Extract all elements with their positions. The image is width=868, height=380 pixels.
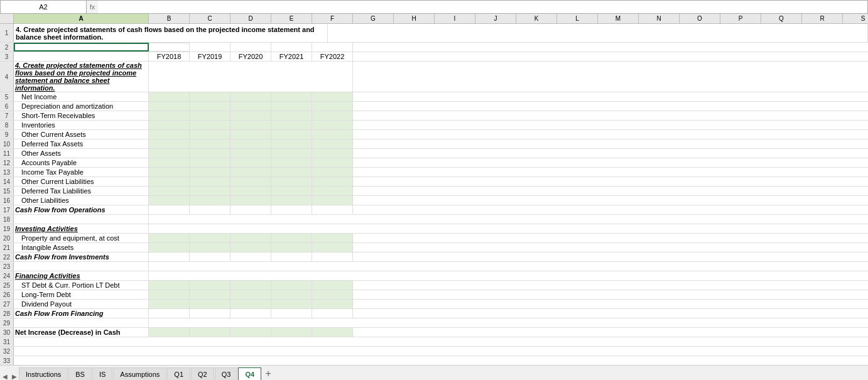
cell-22d[interactable] <box>231 252 271 261</box>
cell-15a[interactable]: Deferred Tax Liabilities <box>14 187 149 195</box>
cell-2e[interactable] <box>271 43 312 52</box>
cell-21a[interactable]: Intangible Assets <box>14 243 149 252</box>
cell-11b[interactable] <box>149 149 190 158</box>
formula-bar[interactable] <box>98 0 868 14</box>
col-header-p[interactable]: P <box>720 14 761 23</box>
cell-30a[interactable]: Net Increase (Decrease) in Cash <box>14 328 149 337</box>
cell-7b[interactable] <box>149 111 190 120</box>
cell-14c[interactable] <box>190 177 231 186</box>
cell-12a[interactable]: Accounts Payable <box>14 158 149 167</box>
cell-8f[interactable] <box>312 121 353 129</box>
cell-27b[interactable] <box>149 300 190 308</box>
cell-13e[interactable] <box>271 168 312 176</box>
cell-5b[interactable] <box>149 92 190 101</box>
cell-30c[interactable] <box>190 328 231 337</box>
cell-21b[interactable] <box>149 243 190 252</box>
cell-fy2018[interactable]: FY2018 <box>149 52 190 61</box>
cell-11c[interactable] <box>190 149 231 158</box>
cell-29a[interactable] <box>14 318 149 327</box>
cell-26e[interactable] <box>271 290 312 299</box>
col-header-r[interactable]: R <box>802 14 843 23</box>
col-header-k[interactable]: K <box>516 14 557 23</box>
col-header-h[interactable]: H <box>394 14 435 23</box>
cell-6f[interactable] <box>312 102 353 111</box>
cell-2d[interactable] <box>231 43 271 52</box>
cell-3a[interactable] <box>14 52 149 61</box>
cell-13f[interactable] <box>312 168 353 176</box>
cell-14d[interactable] <box>231 177 271 186</box>
cell-26f[interactable] <box>312 290 353 299</box>
tab-nav-right[interactable]: ▶ <box>9 373 19 380</box>
cell-15f[interactable] <box>312 187 353 195</box>
cell-12c[interactable] <box>190 158 231 167</box>
cell-23a[interactable] <box>14 262 149 271</box>
tab-instructions[interactable]: Instructions <box>19 367 68 380</box>
cell-21c[interactable] <box>190 243 231 252</box>
cell-8d[interactable] <box>231 121 271 129</box>
cell-18a[interactable] <box>14 215 149 224</box>
tab-q3[interactable]: Q3 <box>215 367 238 380</box>
cell-25f[interactable] <box>312 281 353 290</box>
col-header-n[interactable]: N <box>639 14 680 23</box>
cell-27d[interactable] <box>231 300 271 308</box>
tab-add[interactable]: + <box>262 367 274 380</box>
cell-16e[interactable] <box>271 196 312 205</box>
cell-22f[interactable] <box>312 252 353 261</box>
col-header-c[interactable]: C <box>190 14 231 23</box>
cell-19a[interactable]: Investing Activities <box>14 224 149 233</box>
cell-8b[interactable] <box>149 121 190 129</box>
cell-fy2022[interactable]: FY2022 <box>312 52 353 61</box>
cell-11a[interactable]: Other Assets <box>14 149 149 158</box>
cell-9c[interactable] <box>190 130 231 139</box>
cell-21e[interactable] <box>271 243 312 252</box>
cell-30d[interactable] <box>231 328 271 337</box>
cell-10e[interactable] <box>271 139 312 148</box>
cell-5e[interactable] <box>271 92 312 101</box>
cell-12e[interactable] <box>271 158 312 167</box>
cell-fy2021[interactable]: FY2021 <box>271 52 312 61</box>
cell-14b[interactable] <box>149 177 190 186</box>
cell-4a[interactable]: 4. Create projected statements of cash f… <box>14 62 149 92</box>
cell-17c[interactable] <box>190 205 231 214</box>
cell-11f[interactable] <box>312 149 353 158</box>
cell-22b[interactable] <box>149 252 190 261</box>
cell-17f[interactable] <box>312 205 353 214</box>
col-header-m[interactable]: M <box>598 14 639 23</box>
cell-2f[interactable] <box>312 43 353 52</box>
cell-12b[interactable] <box>149 158 190 167</box>
cell-8e[interactable] <box>271 121 312 129</box>
col-header-l[interactable]: L <box>557 14 598 23</box>
cell-6a[interactable]: Depreciation and amortization <box>14 102 149 111</box>
col-header-i[interactable]: I <box>435 14 475 23</box>
tab-q2[interactable]: Q2 <box>191 367 214 380</box>
cell-11d[interactable] <box>231 149 271 158</box>
cell-11e[interactable] <box>271 149 312 158</box>
cell-10f[interactable] <box>312 139 353 148</box>
cell-17a[interactable]: Cash Flow from Operations <box>14 205 149 214</box>
col-header-f[interactable]: F <box>312 14 353 23</box>
cell-22c[interactable] <box>190 252 231 261</box>
cell-10d[interactable] <box>231 139 271 148</box>
tab-q1[interactable]: Q1 <box>167 367 190 380</box>
cell-14e[interactable] <box>271 177 312 186</box>
cell-20d[interactable] <box>231 234 271 242</box>
cell-25e[interactable] <box>271 281 312 290</box>
cell-20f[interactable] <box>312 234 353 242</box>
cell-20c[interactable] <box>190 234 231 242</box>
cell-17b[interactable] <box>149 205 190 214</box>
cell-6c[interactable] <box>190 102 231 111</box>
cell-15b[interactable] <box>149 187 190 195</box>
cell-13d[interactable] <box>231 168 271 176</box>
cell-13a[interactable]: Income Tax Payable <box>14 168 149 176</box>
cell-21d[interactable] <box>231 243 271 252</box>
cell-15d[interactable] <box>231 187 271 195</box>
cell-30b[interactable] <box>149 328 190 337</box>
cell-10b[interactable] <box>149 139 190 148</box>
cell-fy2020[interactable]: FY2020 <box>231 52 271 61</box>
cell-17e[interactable] <box>271 205 312 214</box>
cell-28b[interactable] <box>149 309 190 318</box>
cell-7c[interactable] <box>190 111 231 120</box>
cell-5a[interactable]: Net Income <box>14 92 149 101</box>
tab-is[interactable]: IS <box>92 367 112 380</box>
tab-bs[interactable]: BS <box>68 367 92 380</box>
